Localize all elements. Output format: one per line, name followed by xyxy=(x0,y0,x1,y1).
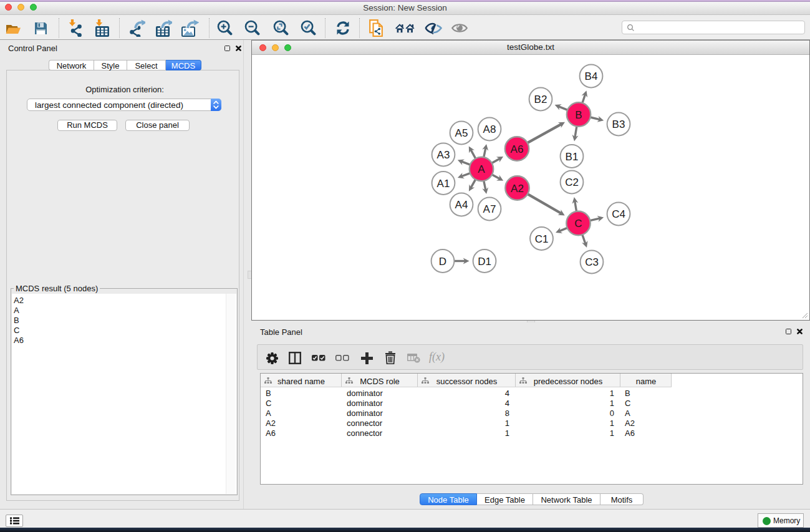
svg-text:A3: A3 xyxy=(437,149,450,161)
svg-text:A8: A8 xyxy=(483,123,496,135)
svg-text:B1: B1 xyxy=(566,151,579,163)
svg-text:A5: A5 xyxy=(455,127,468,139)
svg-text:A6: A6 xyxy=(511,143,524,155)
svg-text:C4: C4 xyxy=(612,208,625,220)
svg-text:C: C xyxy=(574,218,582,230)
svg-text:A: A xyxy=(478,163,485,175)
svg-text:A4: A4 xyxy=(455,199,468,211)
svg-text:C1: C1 xyxy=(535,233,549,245)
svg-text:D: D xyxy=(439,256,446,268)
svg-text:D1: D1 xyxy=(478,256,491,268)
svg-text:C3: C3 xyxy=(585,256,599,268)
svg-text:B: B xyxy=(575,109,582,121)
svg-text:B2: B2 xyxy=(534,94,547,105)
svg-text:A7: A7 xyxy=(483,203,496,215)
svg-text:A2: A2 xyxy=(511,183,524,195)
svg-text:B3: B3 xyxy=(612,118,625,130)
svg-text:C2: C2 xyxy=(565,177,579,188)
svg-text:B4: B4 xyxy=(585,70,598,82)
svg-text:A1: A1 xyxy=(437,178,450,190)
